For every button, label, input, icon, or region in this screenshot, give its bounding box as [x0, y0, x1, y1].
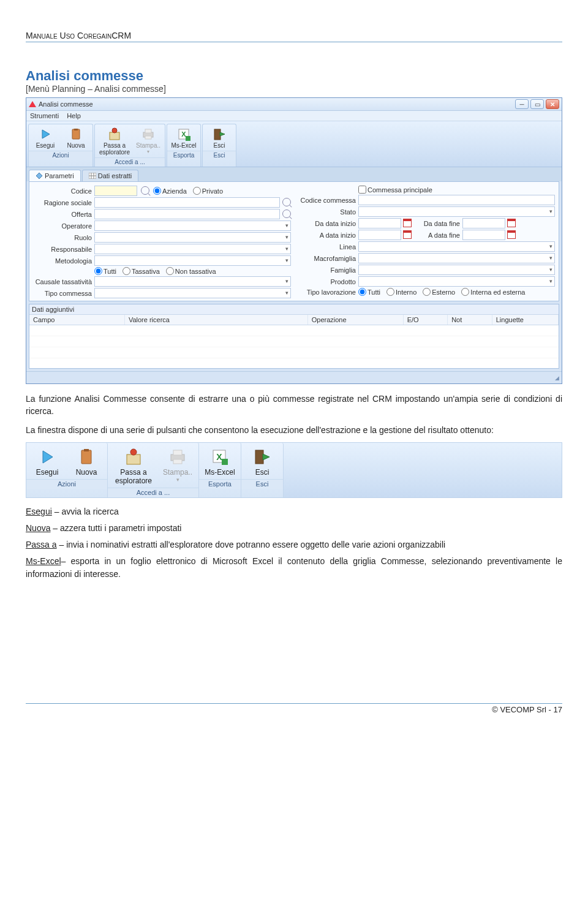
msexcel-button[interactable]: X Ms-Excel — [169, 126, 198, 149]
label-codice: Codice — [33, 187, 94, 195]
esci-button[interactable]: Esci — [243, 445, 281, 478]
tab-dati-estratti[interactable]: Dati estratti — [82, 170, 139, 181]
prodotto-select[interactable] — [358, 276, 555, 287]
svg-rect-20 — [84, 449, 89, 451]
msexcel-button[interactable]: XMs-Excel — [201, 445, 239, 478]
menu-help[interactable]: Help — [67, 112, 81, 119]
menu-strumenti[interactable]: Strumenti — [30, 112, 59, 119]
grid-header-row: Campo Valore ricerca Operazione E/O Not … — [29, 315, 559, 325]
label-da-data-inizio: Da data inizio — [297, 220, 358, 227]
radio-tl-esterno[interactable]: Esterno — [423, 288, 455, 296]
ruolo-select[interactable] — [94, 232, 291, 243]
label-metodologia: Metodologia — [33, 257, 94, 265]
label-ragione: Ragione sociale — [33, 199, 94, 206]
famiglia-select[interactable] — [358, 265, 555, 275]
app-window: Analisi commesse ─ ▭ ✕ Strumenti Help Es… — [26, 97, 562, 384]
passa-a-button[interactable]: Passa a esploratore — [110, 445, 157, 486]
svg-rect-25 — [173, 459, 182, 464]
tab-parametri[interactable]: Parametri — [29, 170, 81, 181]
stampa-button[interactable]: Stampa..▾ — [159, 445, 197, 486]
label-tipo-commessa: Tipo commessa — [33, 290, 94, 297]
offerta-input[interactable] — [94, 209, 280, 219]
maximize-button[interactable]: ▭ — [530, 99, 544, 109]
a-data-fine-input[interactable] — [462, 230, 505, 240]
toolbar-closeup: Esegui Nuova Azioni Passa a esploratore … — [26, 442, 562, 498]
esci-button[interactable]: Esci — [205, 126, 234, 149]
paragraph-2: La finestra dispone di una serie di puls… — [26, 424, 562, 436]
nuova-button[interactable]: Nuova — [61, 126, 91, 149]
svg-rect-2 — [74, 129, 78, 130]
codice-commessa-input[interactable] — [358, 195, 555, 205]
radio-tassativa[interactable]: Tassativa — [123, 267, 160, 275]
tipocommessa-select[interactable] — [94, 288, 291, 298]
a-data-inizio-input[interactable] — [358, 230, 401, 240]
svg-marker-0 — [42, 130, 50, 138]
metodologia-select[interactable] — [94, 255, 291, 266]
svg-marker-12 — [220, 132, 225, 136]
stampa-button[interactable]: Stampa.. ▾ — [134, 126, 163, 156]
paragraph-1: La funzione Analisi Commesse consente di… — [26, 393, 562, 418]
stato-select[interactable] — [358, 206, 555, 217]
da-data-fine-input[interactable] — [462, 218, 505, 228]
group-esporta-label: Esporta — [167, 151, 200, 160]
window-titlebar: Analisi commesse ─ ▭ ✕ — [26, 98, 562, 111]
label-stato: Stato — [297, 208, 358, 216]
header-rule — [26, 42, 562, 42]
page-footer: © VECOMP Srl - 17 — [26, 703, 562, 714]
svg-rect-19 — [81, 450, 91, 464]
group-esci-label: Esci — [203, 151, 236, 160]
svg-rect-28 — [222, 459, 228, 465]
esegui-button[interactable]: Esegui — [31, 126, 60, 149]
radio-privato[interactable]: Privato — [193, 187, 223, 195]
radio-non-tassativa[interactable]: Non tassativa — [166, 267, 216, 275]
minimize-button[interactable]: ─ — [515, 99, 529, 109]
calendar-icon[interactable] — [403, 219, 412, 227]
grid-body[interactable] — [29, 325, 559, 368]
radio-tl-interna-esterna[interactable]: Interna ed esterna — [461, 288, 525, 296]
calendar-icon[interactable] — [403, 230, 412, 239]
svg-rect-6 — [145, 129, 151, 133]
definitions: Esegui – avvia la ricerca Nuova – azzera… — [26, 505, 562, 581]
label-causale: Causale tassatività — [33, 278, 94, 285]
codice-input[interactable] — [94, 186, 137, 196]
passa-a-button[interactable]: Passa a esploratore — [97, 126, 132, 156]
calendar-icon[interactable] — [507, 219, 516, 227]
header-smallcaps: Manuale Uso CoregainCRM — [26, 31, 562, 40]
search-icon[interactable] — [141, 186, 149, 195]
operatore-select[interactable] — [94, 221, 291, 231]
svg-rect-21 — [127, 455, 140, 464]
responsabile-select[interactable] — [94, 244, 291, 254]
label-responsabile: Responsabile — [33, 246, 94, 253]
svg-marker-30 — [263, 454, 270, 460]
macrofamiglia-select[interactable] — [358, 253, 555, 263]
label-a-data-fine: A data fine — [413, 232, 462, 239]
radio-tl-interno[interactable]: Interno — [386, 288, 417, 296]
label-famiglia: Famiglia — [297, 266, 358, 274]
grid-title: Dati aggiuntivi — [29, 304, 559, 315]
breadcrumb: [Menù Planning – Analisi commesse] — [26, 84, 562, 94]
search-icon[interactable] — [282, 198, 291, 206]
status-bar: ◢ — [26, 371, 562, 383]
grid-icon — [89, 173, 96, 179]
svg-point-22 — [130, 449, 137, 455]
esegui-button[interactable]: Esegui — [28, 445, 66, 478]
label-macrofamiglia: Macrofamiglia — [297, 255, 358, 262]
radio-tl-tutti[interactable]: Tutti — [358, 288, 380, 296]
search-icon[interactable] — [282, 209, 291, 218]
close-button[interactable]: ✕ — [546, 99, 559, 109]
label-offerta: Offerta — [33, 211, 94, 218]
nuova-button[interactable]: Nuova — [67, 445, 105, 478]
chk-commessa-principale[interactable]: Commessa principale — [358, 186, 432, 194]
radio-azienda[interactable]: Azienda — [153, 187, 187, 195]
radio-tutti[interactable]: Tutti — [94, 267, 116, 275]
svg-point-4 — [112, 128, 117, 133]
causale-select[interactable] — [94, 276, 291, 287]
svg-rect-10 — [186, 136, 190, 141]
ragione-input[interactable] — [94, 197, 280, 208]
da-data-inizio-input[interactable] — [358, 218, 401, 228]
linea-select[interactable] — [358, 241, 555, 252]
svg-rect-1 — [72, 129, 80, 139]
calendar-icon[interactable] — [507, 230, 516, 239]
label-operatore: Operatore — [33, 222, 94, 230]
tab-row: Parametri Dati estratti — [26, 167, 562, 181]
